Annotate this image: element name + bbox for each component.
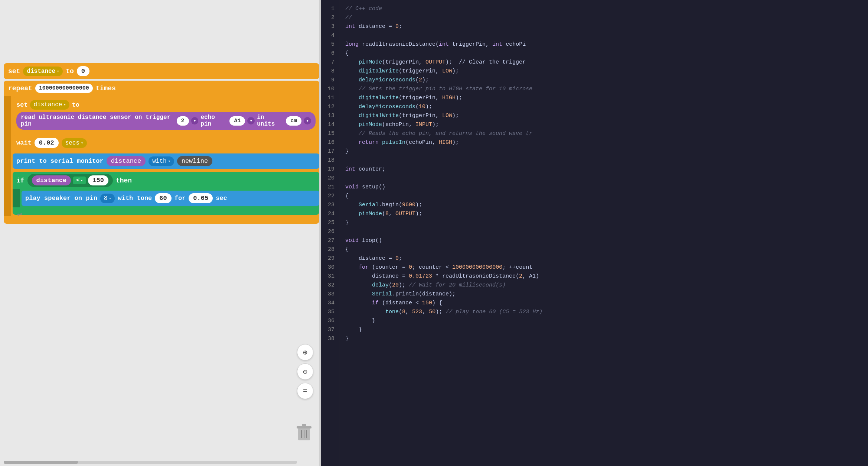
dropdown-trigger-icon[interactable]: ▾ — [191, 117, 199, 124]
to-label2: to — [72, 101, 79, 109]
curved-arrow-icon: ↩ — [17, 210, 22, 220]
code-line — [345, 31, 862, 40]
code-line: int counter; — [345, 165, 862, 174]
if-label: if — [16, 177, 25, 184]
code-line: delayMicroseconds(10); — [345, 103, 862, 111]
if-bottom: ↩ — [13, 207, 319, 215]
code-editor-panel[interactable]: 1234567891011121314151617181920212223242… — [321, 0, 868, 466]
condition-var[interactable]: distance — [32, 175, 71, 185]
code-line: return pulseIn(echoPin, HIGH); — [345, 138, 862, 147]
code-line: digitalWrite(triggerPin, LOW); — [345, 111, 862, 120]
code-line: } — [345, 334, 862, 343]
trash-button[interactable] — [295, 421, 313, 444]
units-label: in units — [257, 114, 284, 127]
code-line: delayMicroseconds(2); — [345, 76, 862, 85]
duration-value[interactable]: 0.05 — [189, 193, 213, 203]
if-inner-body: play speaker on pin 8 ▾ with tone 60 for… — [13, 189, 319, 207]
to-label: to — [66, 68, 74, 75]
wait-unit-dropdown[interactable]: secs ▾ — [62, 138, 87, 148]
play-speaker-block[interactable]: play speaker on pin 8 ▾ with tone 60 for… — [22, 191, 319, 206]
distance-var-dropdown[interactable]: distance ▾ — [23, 67, 63, 76]
code-line: digitalWrite(triggerPin, HIGH); — [345, 94, 862, 103]
set-label: set — [8, 68, 20, 75]
zoom-controls: ⊕ ⊖ = — [297, 344, 313, 399]
code-line: Serial.begin(9600); — [345, 201, 862, 210]
code-line — [345, 174, 862, 183]
with-dropdown[interactable]: with ▾ — [149, 156, 174, 166]
code-line: // — [345, 13, 862, 22]
code-line: } — [345, 147, 862, 156]
fit-button[interactable]: = — [297, 383, 313, 399]
dropdown-arrow4-icon: ▾ — [168, 159, 170, 164]
dropdown-arrow2-icon: ▾ — [63, 103, 66, 107]
code-line: void setup() — [345, 183, 862, 192]
echo-label: echo pin — [200, 114, 227, 127]
if-header[interactable]: if distance < ▾ 150 then — [13, 172, 319, 189]
code-line: Serial.println(distance); — [345, 290, 862, 299]
tone-value[interactable]: 60 — [155, 193, 171, 203]
dropdown-arrow5-icon: ▾ — [109, 196, 111, 201]
tone-label: with tone — [118, 195, 152, 202]
op-dropdown[interactable]: < ▾ — [73, 177, 86, 184]
wait-value[interactable]: 0.02 — [35, 138, 59, 148]
sensor-label: read ultrasonic distance sensor on trigg… — [21, 114, 174, 127]
set-distance-sensor-block[interactable]: set distance ▾ to read ultrasonic distan… — [13, 97, 319, 132]
code-line: distance = 0; — [345, 254, 862, 263]
code-line: void loop() — [345, 236, 862, 245]
code-line: // Reads the echo pin, and returns the s… — [345, 129, 862, 138]
units-value[interactable]: cm — [286, 116, 301, 126]
print-label: print to serial monitor — [16, 158, 104, 165]
trash-icon-svg — [297, 423, 311, 442]
distance-var2-dropdown[interactable]: distance ▾ — [30, 100, 70, 110]
code-line: int distance = 0; — [345, 22, 862, 31]
repeat-label: repeat — [8, 85, 32, 92]
set-label2: set — [16, 101, 28, 109]
print-var[interactable]: distance — [107, 156, 146, 166]
dropdown-echo-icon[interactable]: ▾ — [247, 117, 255, 124]
then-label: then — [116, 177, 132, 184]
code-line: if (distance < 150) { — [345, 299, 862, 308]
op-arrow-icon: ▾ — [81, 178, 83, 183]
speaker-pin-dropdown[interactable]: 8 ▾ — [100, 194, 115, 203]
code-line — [345, 227, 862, 236]
times-label: times — [96, 85, 116, 92]
condition-value[interactable]: 150 — [88, 175, 108, 185]
scrollbar-thumb[interactable] — [4, 461, 78, 464]
code-line: tone(8, 523, 50); // play tone 60 (C5 = … — [345, 308, 862, 317]
code-line: { — [345, 245, 862, 254]
line-numbers: 1234567891011121314151617181920212223242… — [321, 0, 339, 466]
dropdown-arrow3-icon: ▾ — [81, 141, 83, 145]
zoom-out-button[interactable]: ⊖ — [297, 363, 313, 380]
wait-block[interactable]: wait 0.02 secs ▾ — [13, 135, 319, 151]
sensor-reading-block[interactable]: read ultrasonic distance sensor on trigg… — [16, 112, 316, 130]
code-line: pinMode(8, OUTPUT); — [345, 210, 862, 219]
code-line — [345, 156, 862, 165]
dropdown-arrow-icon: ▾ — [57, 69, 59, 74]
set-value[interactable]: 0 — [77, 66, 89, 76]
code-line: digitalWrite(triggerPin, LOW); — [345, 67, 862, 76]
newline-value[interactable]: newline — [177, 156, 212, 166]
wait-label: wait — [16, 139, 32, 146]
if-block-container: if distance < ▾ 150 then — [13, 172, 319, 215]
print-block[interactable]: print to serial monitor distance with ▾ … — [13, 153, 319, 169]
fit-icon: = — [303, 387, 307, 395]
horizontal-scrollbar[interactable] — [4, 461, 297, 464]
trigger-pin-value[interactable]: 2 — [177, 116, 189, 126]
dropdown-units-icon[interactable]: ▾ — [304, 117, 311, 124]
code-line: // Sets the trigger pin to HIGH state fo… — [345, 85, 862, 94]
echo-pin-value[interactable]: A1 — [229, 116, 245, 126]
code-line: } — [345, 326, 862, 334]
zoom-in-button[interactable]: ⊕ — [297, 344, 313, 360]
for-label: for — [174, 195, 186, 202]
repeat-inner-body: set distance ▾ to read ultrasonic distan… — [4, 96, 319, 216]
play-label: play speaker on pin — [25, 195, 97, 202]
repeat-times-value[interactable]: 100000000000000 — [35, 84, 93, 93]
set-distance-block[interactable]: set distance ▾ to 0 — [4, 63, 319, 79]
code-line: pinMode(triggerPin, OUTPUT); // Clear th… — [345, 58, 862, 67]
code-line: distance = 0.01723 * readUltrasonicDista… — [345, 272, 862, 281]
code-line: { — [345, 49, 862, 58]
condition-pill[interactable]: distance < ▾ 150 — [27, 174, 113, 187]
zoom-out-icon: ⊖ — [303, 367, 307, 376]
svg-rect-2 — [302, 424, 306, 427]
repeat-header[interactable]: repeat 100000000000000 times — [4, 81, 319, 96]
